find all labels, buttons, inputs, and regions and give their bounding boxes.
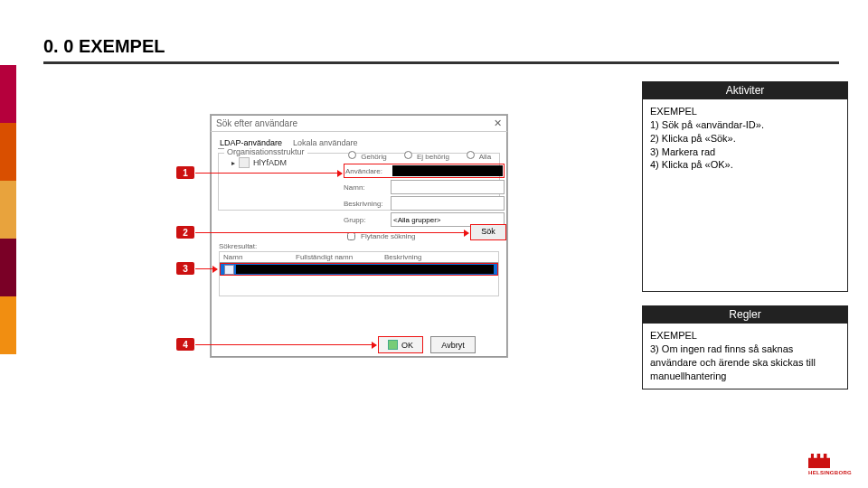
result-cell-redacted (236, 265, 494, 274)
expand-icon[interactable]: ▸ (231, 159, 235, 167)
close-icon[interactable]: ✕ (494, 117, 502, 129)
arrow-3 (195, 268, 217, 269)
regler-line: 3) Om ingen rad finns så saknas användar… (650, 343, 840, 383)
step-marker-4: 4 (176, 338, 194, 351)
aktiviter-line: EXEMPEL (650, 105, 840, 118)
regler-header: Regler (643, 306, 847, 324)
aktiviter-line: 2) Klicka på «Sök». (650, 132, 840, 145)
result-row-highlight (220, 263, 498, 276)
folder-icon (239, 157, 250, 168)
results-label: Sökresultat: (219, 242, 257, 250)
step-marker-3: 3 (176, 262, 194, 275)
search-button[interactable]: Sök (470, 224, 506, 240)
aktiviter-header: Aktiviter (643, 82, 847, 99)
arrow-1 (195, 173, 342, 174)
label-beskrivning: Beskrivning: (344, 200, 391, 208)
aktiviter-line: 1) Sök på «användar-ID». (650, 118, 840, 132)
label-grupp: Grupp: (344, 216, 391, 224)
check-alla[interactable]: Alla (462, 148, 491, 161)
castle-icon (808, 454, 830, 468)
page-title: 0. 0 EXEMPEL (43, 36, 165, 57)
check-gehorig[interactable]: Gehörig (344, 148, 387, 161)
ok-label: OK (401, 341, 413, 350)
ok-button[interactable]: OK (378, 336, 423, 353)
arrow-2 (195, 232, 468, 233)
label-namn: Namn: (344, 183, 391, 192)
aktiviter-line: 4) Klicka på «OK». (650, 158, 840, 172)
check-ejbehorig[interactable]: Ej behörig (400, 148, 449, 161)
logo: HELSINGBORG (808, 454, 852, 475)
user-icon (224, 265, 234, 275)
arrow-4 (195, 344, 376, 345)
step-marker-1: 1 (176, 166, 194, 179)
step-marker-2: 2 (176, 226, 194, 239)
label-anvandare: Användare: (345, 167, 392, 175)
results-table: Namn Fullständigt namn Beskrivning (219, 251, 499, 296)
logo-text: HELSINGBORG (808, 470, 852, 475)
sidebar-color-stripes (0, 65, 16, 354)
col-fullname: Fullständigt namn (292, 252, 381, 262)
col-beskrivning: Beskrivning (381, 252, 498, 262)
desc-input[interactable] (391, 196, 505, 211)
panel-label-orgstruct: Organisationsstruktur (224, 147, 307, 156)
regler-panel: Regler EXEMPEL 3) Om ingen rad finns så … (642, 305, 848, 389)
title-underline (43, 61, 839, 64)
regler-line: EXEMPEL (650, 329, 840, 343)
tree-item-label: HlYfADM (253, 158, 287, 167)
aktiviter-body: EXEMPEL 1) Sök på «användar-ID». 2) Klic… (643, 99, 847, 291)
aktiviter-panel: Aktiviter EXEMPEL 1) Sök på «användar-ID… (642, 81, 848, 292)
aktiviter-line: 3) Markera rad (650, 145, 840, 159)
user-id-field-redacted[interactable] (392, 165, 503, 176)
col-namn: Namn (220, 252, 292, 262)
check-icon (388, 340, 398, 350)
floating-search-label: Flytande sökning (361, 232, 415, 240)
result-row[interactable] (221, 264, 497, 275)
regler-body: EXEMPEL 3) Om ingen rad finns så saknas … (643, 324, 847, 389)
floating-search-checkbox[interactable] (347, 232, 355, 240)
name-input[interactable] (391, 180, 505, 194)
cancel-button[interactable]: Avbryt (430, 336, 476, 353)
dialog-title-text: Sök efter användare (216, 118, 297, 128)
